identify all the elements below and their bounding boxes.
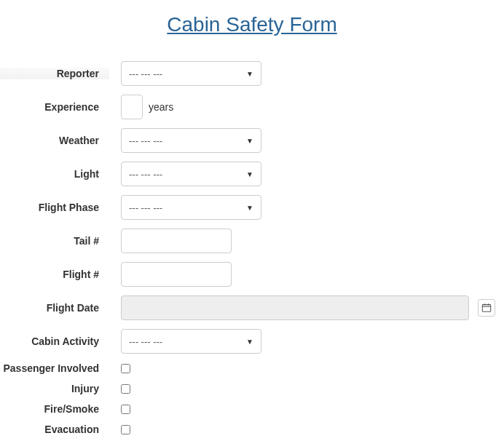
label-injury: Injury bbox=[0, 383, 109, 394]
row-fire-smoke: Fire/Smoke bbox=[0, 399, 504, 419]
chevron-down-icon: ▼ bbox=[246, 338, 253, 346]
cabin-activity-select-value: --- --- --- bbox=[129, 336, 162, 347]
row-light: Light --- --- --- ▼ bbox=[0, 157, 504, 191]
flight-phase-select[interactable]: --- --- --- ▼ bbox=[121, 195, 261, 220]
chevron-down-icon: ▼ bbox=[246, 170, 253, 178]
calendar-icon bbox=[481, 303, 492, 313]
label-reporter: Reporter bbox=[0, 68, 109, 79]
tail-number-input[interactable] bbox=[121, 229, 232, 253]
evacuation-checkbox[interactable] bbox=[121, 425, 130, 434]
label-passenger-involved: Passenger Involved bbox=[0, 362, 109, 374]
row-flight-phase: Flight Phase --- --- --- ▼ bbox=[0, 191, 504, 224]
row-passenger-involved: Passenger Involved bbox=[0, 358, 504, 378]
page-title-wrap: Cabin Safety Form bbox=[0, 0, 504, 42]
row-flight-number: Flight # bbox=[0, 258, 504, 291]
weather-select[interactable]: --- --- --- ▼ bbox=[121, 128, 261, 153]
row-tail-number: Tail # bbox=[0, 224, 504, 258]
light-select[interactable]: --- --- --- ▼ bbox=[121, 162, 261, 186]
row-evacuation: Evacuation bbox=[0, 419, 504, 440]
chevron-down-icon: ▼ bbox=[246, 70, 253, 78]
label-cabin-activity: Cabin Activity bbox=[0, 335, 109, 347]
label-fire-smoke: Fire/Smoke bbox=[0, 403, 109, 415]
label-weather: Weather bbox=[0, 135, 109, 146]
reporter-select-value: --- --- --- bbox=[129, 68, 162, 79]
flight-phase-select-value: --- --- --- bbox=[129, 202, 162, 213]
light-select-value: --- --- --- bbox=[129, 169, 162, 180]
row-experience: Experience years bbox=[0, 90, 504, 124]
label-experience: Experience bbox=[0, 101, 109, 113]
label-flight-date: Flight Date bbox=[0, 302, 109, 314]
label-flight-number: Flight # bbox=[0, 269, 109, 280]
page-title-link[interactable]: Cabin Safety Form bbox=[167, 13, 336, 36]
svg-rect-0 bbox=[482, 305, 490, 312]
row-weather: Weather --- --- --- ▼ bbox=[0, 124, 504, 157]
cabin-activity-select[interactable]: --- --- --- ▼ bbox=[121, 329, 261, 354]
row-cabin-activity: Cabin Activity --- --- --- ▼ bbox=[0, 325, 504, 358]
row-flight-date: Flight Date bbox=[0, 291, 504, 325]
chevron-down-icon: ▼ bbox=[246, 204, 253, 212]
experience-input[interactable] bbox=[121, 95, 143, 119]
reporter-select[interactable]: --- --- --- ▼ bbox=[121, 61, 261, 86]
label-light: Light bbox=[0, 168, 109, 180]
fire-smoke-checkbox[interactable] bbox=[121, 405, 130, 414]
row-reporter: Reporter --- --- --- ▼ bbox=[0, 57, 504, 90]
calendar-button[interactable] bbox=[478, 299, 495, 317]
label-tail-number: Tail # bbox=[0, 235, 109, 247]
injury-checkbox[interactable] bbox=[121, 384, 130, 394]
row-injury: Injury bbox=[0, 378, 504, 399]
label-flight-phase: Flight Phase bbox=[0, 202, 109, 213]
passenger-involved-checkbox[interactable] bbox=[121, 364, 130, 373]
label-evacuation: Evacuation bbox=[0, 424, 109, 435]
flight-number-input[interactable] bbox=[121, 262, 232, 287]
experience-suffix: years bbox=[149, 101, 173, 113]
chevron-down-icon: ▼ bbox=[246, 137, 253, 145]
flight-date-input[interactable] bbox=[121, 295, 469, 320]
weather-select-value: --- --- --- bbox=[129, 135, 162, 146]
